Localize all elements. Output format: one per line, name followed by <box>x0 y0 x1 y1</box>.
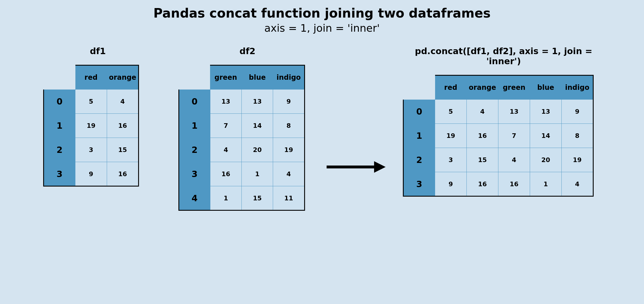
df2-cell: 19 <box>273 138 305 162</box>
result-cell: 14 <box>530 124 562 148</box>
df2-cell: 1 <box>210 186 242 210</box>
df1-cell: 16 <box>107 162 139 186</box>
result-col-3: blue <box>530 75 562 100</box>
df2-cell: 9 <box>273 90 305 114</box>
df2-row-2: 2 <box>179 138 210 162</box>
result-row-1: 1 <box>403 124 435 148</box>
result-cell: 9 <box>435 172 467 196</box>
result-cell: 13 <box>498 100 530 124</box>
df1-row-1: 1 <box>44 114 75 138</box>
result-cell: 4 <box>467 100 498 124</box>
svg-marker-1 <box>374 161 386 173</box>
result-cell: 1 <box>530 172 562 196</box>
result-cell: 16 <box>467 172 498 196</box>
diagram-stage: df1 red orange 0 5 4 1 19 16 2 3 15 <box>0 46 644 288</box>
df1-col-0: red <box>75 65 107 90</box>
df2-row-0: 0 <box>179 90 210 114</box>
panel-df1: df1 red orange 0 5 4 1 19 16 2 3 15 <box>43 46 141 187</box>
df2-label: df2 <box>190 46 305 56</box>
result-cell: 19 <box>435 124 467 148</box>
df2-row-4: 4 <box>179 186 210 210</box>
df2-cell: 20 <box>242 138 273 162</box>
result-label: pd.concat([df1, df2], axis = 1, join = '… <box>403 46 604 66</box>
df2-cell: 11 <box>273 186 305 210</box>
result-cell: 8 <box>562 124 593 148</box>
df2-cell: 8 <box>273 114 305 138</box>
df2-col-1: blue <box>242 65 273 90</box>
df1-cell: 16 <box>107 114 139 138</box>
result-cell: 5 <box>435 100 467 124</box>
df2-table: green blue indigo 0 13 13 9 1 7 14 8 2 4… <box>178 65 305 211</box>
df1-label: df1 <box>55 46 141 56</box>
arrow-icon <box>325 158 386 176</box>
df1-row-0: 0 <box>44 90 75 114</box>
df2-corner <box>179 65 210 90</box>
df2-cell: 1 <box>242 162 273 186</box>
result-cell: 3 <box>435 148 467 172</box>
df1-col-1: orange <box>107 65 139 90</box>
df1-cell: 5 <box>75 90 107 114</box>
result-row-3: 3 <box>403 172 435 196</box>
result-col-2: green <box>498 75 530 100</box>
result-cell: 7 <box>498 124 530 148</box>
df1-cell: 9 <box>75 162 107 186</box>
df2-row-3: 3 <box>179 162 210 186</box>
result-row-0: 0 <box>403 100 435 124</box>
result-cell: 4 <box>498 148 530 172</box>
df2-cell: 14 <box>242 114 273 138</box>
result-cell: 15 <box>467 148 498 172</box>
df2-col-2: indigo <box>273 65 305 90</box>
df2-cell: 16 <box>210 162 242 186</box>
df1-table: red orange 0 5 4 1 19 16 2 3 15 3 9 16 <box>43 65 139 187</box>
result-cell: 9 <box>562 100 593 124</box>
df2-cell: 4 <box>210 138 242 162</box>
df1-cell: 15 <box>107 138 139 162</box>
result-col-4: indigo <box>562 75 593 100</box>
df2-row-1: 1 <box>179 114 210 138</box>
result-cell: 19 <box>562 148 593 172</box>
result-cell: 4 <box>562 172 593 196</box>
result-row-2: 2 <box>403 148 435 172</box>
df1-row-3: 3 <box>44 162 75 186</box>
df1-cell: 3 <box>75 138 107 162</box>
df2-cell: 13 <box>242 90 273 114</box>
panel-result: pd.concat([df1, df2], axis = 1, join = '… <box>403 46 604 197</box>
df2-col-0: green <box>210 65 242 90</box>
result-cell: 13 <box>530 100 562 124</box>
result-cell: 20 <box>530 148 562 172</box>
df2-cell: 15 <box>242 186 273 210</box>
page-subtitle: axis = 1, join = 'inner' <box>0 22 644 34</box>
result-cell: 16 <box>467 124 498 148</box>
panel-df2: df2 green blue indigo 0 13 13 9 1 7 14 8 <box>178 46 305 211</box>
df2-cell: 13 <box>210 90 242 114</box>
df1-cell: 19 <box>75 114 107 138</box>
result-col-0: red <box>435 75 467 100</box>
df1-corner <box>44 65 75 90</box>
result-cell: 16 <box>498 172 530 196</box>
df1-row-2: 2 <box>44 138 75 162</box>
df1-cell: 4 <box>107 90 139 114</box>
df2-cell: 7 <box>210 114 242 138</box>
result-col-1: orange <box>467 75 498 100</box>
page-title: Pandas concat function joining two dataf… <box>0 0 644 20</box>
result-corner <box>403 75 435 100</box>
df2-cell: 4 <box>273 162 305 186</box>
result-table: red orange green blue indigo 0 5 4 13 13… <box>403 75 594 197</box>
